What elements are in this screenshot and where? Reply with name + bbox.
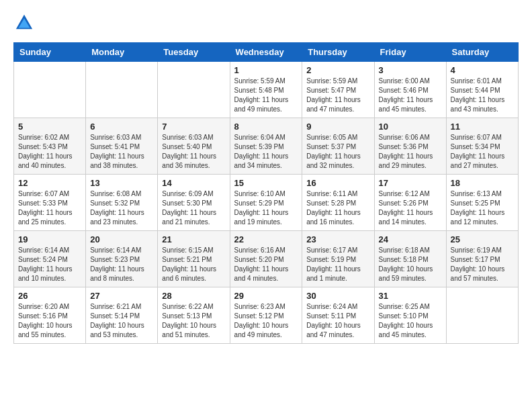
calendar-cell: 10Sunrise: 6:06 AM Sunset: 5:36 PM Dayli… (374, 118, 446, 175)
calendar-cell (14, 62, 86, 118)
calendar-week-row: 26Sunrise: 6:20 AM Sunset: 5:16 PM Dayli… (14, 287, 519, 344)
calendar-table: SundayMondayTuesdayWednesdayThursdayFrid… (13, 42, 519, 344)
day-number: 5 (18, 122, 81, 132)
day-info: Sunrise: 6:00 AM Sunset: 5:46 PM Dayligh… (379, 77, 442, 114)
day-info: Sunrise: 6:07 AM Sunset: 5:34 PM Dayligh… (451, 133, 514, 171)
calendar-cell: 27Sunrise: 6:21 AM Sunset: 5:14 PM Dayli… (86, 287, 158, 344)
day-number: 13 (90, 178, 153, 188)
day-number: 24 (379, 234, 442, 244)
day-info: Sunrise: 6:19 AM Sunset: 5:17 PM Dayligh… (451, 246, 514, 283)
calendar-cell: 30Sunrise: 6:24 AM Sunset: 5:11 PM Dayli… (302, 287, 374, 344)
calendar-cell: 31Sunrise: 6:25 AM Sunset: 5:10 PM Dayli… (374, 287, 446, 344)
calendar-cell: 11Sunrise: 6:07 AM Sunset: 5:34 PM Dayli… (446, 118, 518, 175)
day-info: Sunrise: 6:06 AM Sunset: 5:36 PM Dayligh… (379, 133, 442, 171)
day-info: Sunrise: 5:59 AM Sunset: 5:48 PM Dayligh… (234, 77, 298, 114)
day-info: Sunrise: 5:59 AM Sunset: 5:47 PM Dayligh… (306, 77, 369, 114)
day-info: Sunrise: 6:08 AM Sunset: 5:32 PM Dayligh… (90, 189, 153, 227)
calendar-cell: 15Sunrise: 6:10 AM Sunset: 5:29 PM Dayli… (230, 175, 302, 231)
day-info: Sunrise: 6:17 AM Sunset: 5:19 PM Dayligh… (306, 246, 369, 283)
day-info: Sunrise: 6:10 AM Sunset: 5:29 PM Dayligh… (234, 189, 298, 227)
day-number: 7 (162, 122, 225, 132)
day-number: 11 (451, 122, 514, 132)
day-info: Sunrise: 6:11 AM Sunset: 5:28 PM Dayligh… (306, 189, 369, 227)
day-number: 6 (90, 122, 153, 132)
day-number: 29 (234, 291, 298, 301)
day-info: Sunrise: 6:21 AM Sunset: 5:14 PM Dayligh… (90, 302, 153, 340)
day-number: 31 (379, 291, 442, 301)
calendar-cell: 4Sunrise: 6:01 AM Sunset: 5:44 PM Daylig… (446, 62, 518, 118)
calendar-cell: 9Sunrise: 6:05 AM Sunset: 5:37 PM Daylig… (302, 118, 374, 175)
calendar-cell: 23Sunrise: 6:17 AM Sunset: 5:19 PM Dayli… (302, 231, 374, 287)
day-info: Sunrise: 6:24 AM Sunset: 5:11 PM Dayligh… (306, 302, 369, 340)
day-info: Sunrise: 6:20 AM Sunset: 5:16 PM Dayligh… (18, 302, 81, 340)
calendar-cell: 19Sunrise: 6:14 AM Sunset: 5:24 PM Dayli… (14, 231, 86, 287)
calendar-cell: 22Sunrise: 6:16 AM Sunset: 5:20 PM Dayli… (230, 231, 302, 287)
logo-icon (15, 13, 34, 32)
day-number: 9 (306, 122, 369, 132)
day-info: Sunrise: 6:25 AM Sunset: 5:10 PM Dayligh… (379, 302, 442, 340)
day-number: 25 (451, 234, 514, 244)
calendar-cell: 25Sunrise: 6:19 AM Sunset: 5:17 PM Dayli… (446, 231, 518, 287)
weekday-header-tuesday: Tuesday (158, 43, 230, 62)
calendar-week-row: 12Sunrise: 6:07 AM Sunset: 5:33 PM Dayli… (14, 175, 519, 231)
day-number: 21 (162, 234, 225, 244)
day-number: 23 (306, 234, 369, 244)
day-number: 17 (379, 178, 442, 188)
day-number: 15 (234, 178, 298, 188)
day-number: 2 (306, 65, 369, 75)
calendar-cell: 2Sunrise: 5:59 AM Sunset: 5:47 PM Daylig… (302, 62, 374, 118)
calendar-cell: 14Sunrise: 6:09 AM Sunset: 5:30 PM Dayli… (158, 175, 230, 231)
day-number: 28 (162, 291, 225, 301)
day-number: 12 (18, 178, 81, 188)
day-info: Sunrise: 6:14 AM Sunset: 5:23 PM Dayligh… (90, 246, 153, 283)
page-header (13, 13, 519, 36)
day-number: 18 (451, 178, 514, 188)
weekday-header-thursday: Thursday (302, 43, 374, 62)
day-number: 20 (90, 234, 153, 244)
calendar-cell: 24Sunrise: 6:18 AM Sunset: 5:18 PM Dayli… (374, 231, 446, 287)
day-info: Sunrise: 6:04 AM Sunset: 5:39 PM Dayligh… (234, 133, 298, 171)
calendar-cell (158, 62, 230, 118)
weekday-header-friday: Friday (374, 43, 446, 62)
day-number: 22 (234, 234, 298, 244)
calendar-cell: 20Sunrise: 6:14 AM Sunset: 5:23 PM Dayli… (86, 231, 158, 287)
day-info: Sunrise: 6:22 AM Sunset: 5:13 PM Dayligh… (162, 302, 225, 340)
calendar-cell: 12Sunrise: 6:07 AM Sunset: 5:33 PM Dayli… (14, 175, 86, 231)
day-info: Sunrise: 6:14 AM Sunset: 5:24 PM Dayligh… (18, 246, 81, 283)
calendar-cell: 1Sunrise: 5:59 AM Sunset: 5:48 PM Daylig… (230, 62, 302, 118)
day-number: 30 (306, 291, 369, 301)
calendar-week-row: 1Sunrise: 5:59 AM Sunset: 5:48 PM Daylig… (14, 62, 519, 118)
day-info: Sunrise: 6:18 AM Sunset: 5:18 PM Dayligh… (379, 246, 442, 283)
calendar-week-row: 19Sunrise: 6:14 AM Sunset: 5:24 PM Dayli… (14, 231, 519, 287)
calendar-cell: 8Sunrise: 6:04 AM Sunset: 5:39 PM Daylig… (230, 118, 302, 175)
day-info: Sunrise: 6:09 AM Sunset: 5:30 PM Dayligh… (162, 189, 225, 227)
calendar-week-row: 5Sunrise: 6:02 AM Sunset: 5:43 PM Daylig… (14, 118, 519, 175)
day-number: 10 (379, 122, 442, 132)
calendar-cell: 28Sunrise: 6:22 AM Sunset: 5:13 PM Dayli… (158, 287, 230, 344)
day-number: 8 (234, 122, 298, 132)
calendar-cell: 26Sunrise: 6:20 AM Sunset: 5:16 PM Dayli… (14, 287, 86, 344)
calendar-cell: 16Sunrise: 6:11 AM Sunset: 5:28 PM Dayli… (302, 175, 374, 231)
weekday-header-saturday: Saturday (446, 43, 518, 62)
day-info: Sunrise: 6:03 AM Sunset: 5:40 PM Dayligh… (162, 133, 225, 171)
calendar-cell: 6Sunrise: 6:03 AM Sunset: 5:41 PM Daylig… (86, 118, 158, 175)
day-info: Sunrise: 6:02 AM Sunset: 5:43 PM Dayligh… (18, 133, 81, 171)
calendar-cell: 5Sunrise: 6:02 AM Sunset: 5:43 PM Daylig… (14, 118, 86, 175)
calendar-cell (86, 62, 158, 118)
day-info: Sunrise: 6:01 AM Sunset: 5:44 PM Dayligh… (451, 77, 514, 114)
calendar-header-row: SundayMondayTuesdayWednesdayThursdayFrid… (14, 43, 519, 62)
day-info: Sunrise: 6:07 AM Sunset: 5:33 PM Dayligh… (18, 189, 81, 227)
calendar-cell: 18Sunrise: 6:13 AM Sunset: 5:25 PM Dayli… (446, 175, 518, 231)
day-info: Sunrise: 6:12 AM Sunset: 5:26 PM Dayligh… (379, 189, 442, 227)
day-info: Sunrise: 6:03 AM Sunset: 5:41 PM Dayligh… (90, 133, 153, 171)
day-number: 27 (90, 291, 153, 301)
day-info: Sunrise: 6:15 AM Sunset: 5:21 PM Dayligh… (162, 246, 225, 283)
calendar-body: 1Sunrise: 5:59 AM Sunset: 5:48 PM Daylig… (14, 62, 519, 344)
calendar-cell: 7Sunrise: 6:03 AM Sunset: 5:40 PM Daylig… (158, 118, 230, 175)
day-info: Sunrise: 6:23 AM Sunset: 5:12 PM Dayligh… (234, 302, 298, 340)
day-number: 26 (18, 291, 81, 301)
calendar-cell: 3Sunrise: 6:00 AM Sunset: 5:46 PM Daylig… (374, 62, 446, 118)
calendar-cell: 21Sunrise: 6:15 AM Sunset: 5:21 PM Dayli… (158, 231, 230, 287)
day-number: 19 (18, 234, 81, 244)
day-number: 16 (306, 178, 369, 188)
